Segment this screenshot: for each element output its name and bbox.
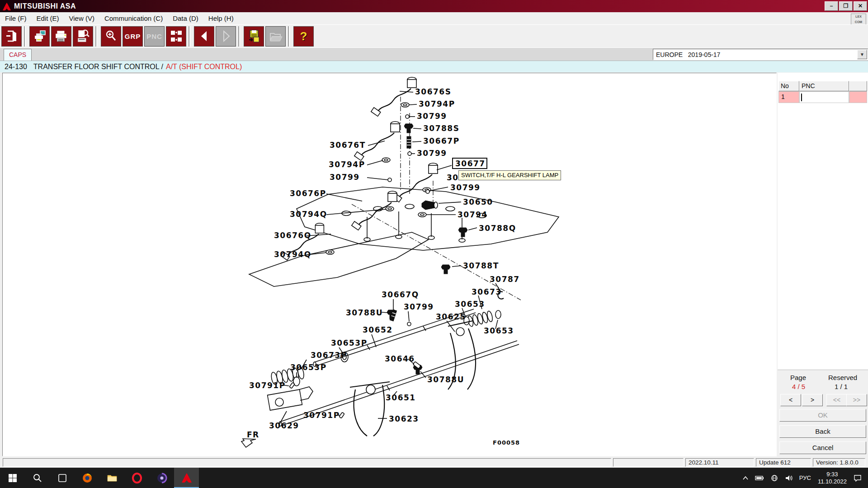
- region-selector[interactable]: EUROPE 2019-05-17 ▼: [653, 49, 868, 60]
- part-label[interactable]: 30673P: [311, 351, 347, 360]
- part-label[interactable]: 30791P: [249, 381, 286, 390]
- status-bar: 2022.10.11 Update 612 Version: 1.8.0.0: [0, 457, 868, 468]
- part-label[interactable]: 30676T: [330, 141, 366, 150]
- menu-communication[interactable]: Communication (C): [99, 13, 168, 23]
- opera-app-button[interactable]: [124, 468, 149, 488]
- part-label[interactable]: 30794Q: [290, 210, 327, 219]
- pager-block: Page Reserved 4 / 5 1 / 1 < > << >> OK B…: [778, 370, 868, 456]
- status-update: Update 612: [756, 458, 811, 467]
- pnc-input-cell[interactable]: [799, 91, 849, 103]
- media-app-button[interactable]: [149, 468, 174, 488]
- part-label[interactable]: 30653: [455, 300, 485, 309]
- help-button[interactable]: ?: [293, 26, 314, 47]
- task-view-button[interactable]: [50, 468, 75, 488]
- chevron-down-icon[interactable]: ▼: [857, 50, 867, 59]
- maximize-button[interactable]: ❐: [839, 1, 853, 11]
- part-label[interactable]: 30794Q: [274, 250, 311, 259]
- browser-app-button[interactable]: [75, 468, 99, 488]
- folder-icon: [107, 473, 118, 483]
- toolbar-separator: [288, 26, 290, 47]
- menu-bar: File (F) Edit (E) View (V) Communication…: [0, 12, 868, 24]
- battery-icon[interactable]: [755, 475, 764, 481]
- zoom-button[interactable]: [101, 26, 121, 47]
- exit-button[interactable]: [1, 26, 22, 47]
- toolbar-separator: [189, 26, 190, 47]
- part-label[interactable]: 30625: [436, 312, 466, 321]
- search-button[interactable]: [25, 468, 50, 488]
- part-label[interactable]: 30791P: [303, 411, 340, 420]
- part-label[interactable]: 30676P: [290, 189, 326, 198]
- part-label[interactable]: 30651: [386, 393, 416, 402]
- mitsubishi-logo-icon: [181, 473, 192, 483]
- part-label[interactable]: 30788Q: [479, 224, 516, 233]
- part-label[interactable]: 30623: [389, 414, 419, 423]
- menu-file[interactable]: File (F): [0, 13, 32, 23]
- part-label[interactable]: 30799: [330, 173, 360, 182]
- print-button[interactable]: [51, 26, 71, 47]
- menu-view[interactable]: View (V): [64, 13, 99, 23]
- tray-expand-chevron-icon[interactable]: [742, 476, 749, 480]
- part-label[interactable]: 30794: [458, 210, 488, 219]
- part-label[interactable]: 30788T: [463, 261, 499, 270]
- open-folder-icon: [269, 29, 283, 43]
- speaker-icon[interactable]: [785, 475, 793, 481]
- part-label[interactable]: 30653: [484, 326, 514, 335]
- part-label[interactable]: 30799: [450, 183, 481, 192]
- toolbar: GRP PNC: [0, 24, 868, 47]
- clock[interactable]: 9:33 11.10.2022: [818, 471, 847, 485]
- menu-help[interactable]: Help (H): [203, 13, 239, 23]
- part-label[interactable]: 30788S: [423, 124, 459, 133]
- tile-panes-button[interactable]: [166, 26, 186, 47]
- forward-arrow-icon: [219, 29, 233, 43]
- back-button[interactable]: [194, 26, 214, 47]
- print-search-button[interactable]: [73, 26, 93, 47]
- part-label[interactable]: 30653P: [290, 363, 327, 372]
- part-label[interactable]: 30676S: [415, 87, 451, 96]
- sensor-30677-selected: [392, 163, 438, 202]
- part-label[interactable]: 30788U: [346, 308, 383, 317]
- part-label[interactable]: 30646: [385, 354, 415, 363]
- part-label[interactable]: 30629: [269, 421, 299, 430]
- part-label[interactable]: 30799: [404, 302, 434, 311]
- part-label[interactable]: 30653P: [331, 338, 368, 347]
- print-preview-button[interactable]: [29, 26, 50, 47]
- part-label[interactable]: 30799: [417, 149, 447, 158]
- part-label[interactable]: 30: [447, 173, 459, 182]
- part-label[interactable]: 30667P: [423, 136, 460, 145]
- ok-button: OK: [779, 409, 866, 422]
- close-button[interactable]: ✕: [854, 1, 867, 11]
- diagram-canvas[interactable]: 30676S 30794P 30799 30788S 30667P 30799 …: [2, 73, 777, 456]
- minimize-button[interactable]: –: [825, 1, 838, 11]
- keyboard-language[interactable]: РУС: [799, 474, 811, 481]
- part-label[interactable]: 30799: [417, 112, 447, 121]
- col-header-filler: [849, 81, 867, 91]
- pin-30667P: [407, 136, 411, 148]
- toolbar-separator: [24, 26, 26, 47]
- grp-button[interactable]: GRP: [123, 26, 143, 47]
- tab-caps[interactable]: CAPS: [4, 49, 32, 61]
- part-label[interactable]: 30794P: [419, 99, 455, 108]
- page-prev-button[interactable]: <: [780, 394, 801, 406]
- part-label[interactable]: 30652: [363, 325, 393, 334]
- notification-center-icon[interactable]: [854, 474, 862, 482]
- network-icon[interactable]: [770, 475, 778, 481]
- mitsubishi-asa-app-button[interactable]: [174, 468, 199, 488]
- cancel-button[interactable]: Cancel: [779, 441, 866, 454]
- part-label[interactable]: 30667Q: [382, 290, 419, 299]
- start-button[interactable]: [0, 468, 25, 488]
- back-button-panel[interactable]: Back: [779, 425, 866, 438]
- part-label[interactable]: 30676Q: [274, 231, 311, 240]
- page-next-button[interactable]: >: [802, 394, 823, 406]
- part-label[interactable]: 30650: [463, 197, 493, 206]
- part-label[interactable]: 30788U: [427, 375, 464, 384]
- save-button[interactable]: [244, 26, 264, 47]
- menu-edit[interactable]: Edit (E): [32, 13, 64, 23]
- part-label-selected[interactable]: 30677: [455, 159, 486, 168]
- status-empty: [3, 458, 611, 467]
- reserved-value: 1 / 1: [835, 383, 848, 390]
- part-label[interactable]: 30673: [472, 287, 502, 296]
- part-label[interactable]: 30787: [490, 275, 520, 284]
- part-label[interactable]: 30794P: [329, 160, 365, 169]
- menu-data[interactable]: Data (D): [168, 13, 203, 23]
- file-explorer-button[interactable]: [99, 468, 124, 488]
